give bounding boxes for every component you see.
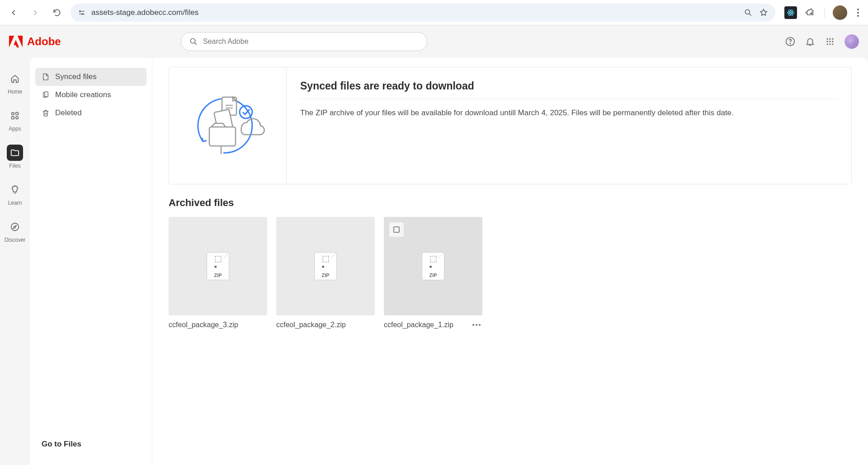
sidebar-item-deleted[interactable]: Deleted — [35, 104, 146, 122]
file-thumbnail[interactable]: ⬚▪ ZIP — [169, 217, 267, 315]
svg-rect-21 — [12, 117, 14, 119]
rail-label: Files — [9, 163, 20, 169]
lightbulb-icon — [10, 185, 20, 195]
rail-item-discover[interactable]: Discover — [5, 219, 26, 243]
extension-react-icon[interactable] — [784, 6, 797, 19]
notifications-icon[interactable] — [805, 36, 816, 47]
svg-point-11 — [829, 38, 830, 40]
file-card: ⬚▪ ZIP ccfeol_package_1.zip — [384, 217, 482, 329]
rail-label: Learn — [8, 200, 22, 206]
svg-point-7 — [190, 38, 195, 43]
file-more-actions-button[interactable] — [471, 322, 482, 328]
search-box[interactable] — [181, 32, 427, 51]
bookmark-star-icon[interactable] — [759, 8, 768, 17]
url-text: assets-stage.adobecc.com/files — [91, 8, 738, 17]
reload-button[interactable] — [49, 5, 65, 21]
browser-profile-avatar[interactable] — [833, 5, 847, 20]
zoom-icon[interactable] — [744, 8, 753, 17]
folder-icon — [10, 148, 20, 158]
download-banner: Synced files are ready to download The Z… — [169, 67, 852, 184]
svg-point-2 — [745, 9, 750, 14]
main-content: Synced files are ready to download The Z… — [152, 58, 868, 465]
svg-point-6 — [790, 12, 791, 13]
svg-point-15 — [832, 41, 833, 42]
archived-files-heading: Archived files — [169, 197, 852, 209]
svg-point-12 — [832, 38, 833, 40]
rail-label: Discover — [5, 237, 26, 243]
file-icon — [42, 73, 50, 81]
rail-item-learn[interactable]: Learn — [7, 182, 23, 206]
svg-point-1 — [82, 13, 84, 14]
browser-menu-button[interactable] — [854, 9, 863, 17]
banner-body: The ZIP archive of your files will be av… — [300, 107, 838, 119]
go-to-files-link[interactable]: Go to Files — [35, 433, 146, 455]
svg-point-13 — [827, 41, 828, 42]
svg-point-16 — [827, 43, 828, 45]
mobile-icon — [42, 91, 50, 99]
svg-rect-25 — [45, 92, 48, 97]
file-card: ⬚▪ ZIP ccfeol_package_2.zip — [276, 217, 375, 329]
svg-point-19 — [12, 113, 14, 115]
toolbar-divider — [824, 7, 825, 18]
sidebar-item-label: Mobile creations — [55, 90, 111, 99]
search-icon — [189, 38, 198, 46]
search-input[interactable] — [203, 38, 419, 46]
banner-illustration — [169, 67, 287, 184]
help-icon[interactable] — [785, 36, 796, 47]
rail-item-apps[interactable]: Apps — [7, 108, 23, 132]
back-button[interactable] — [5, 5, 22, 21]
file-thumbnail[interactable]: ⬚▪ ZIP — [276, 217, 375, 315]
zip-file-icon: ⬚▪ ZIP — [422, 252, 444, 280]
adobe-logo[interactable]: Adobe — [9, 35, 181, 48]
user-avatar[interactable] — [844, 34, 859, 49]
sidebar-item-label: Synced files — [55, 72, 97, 81]
rail-label: Apps — [9, 126, 21, 132]
sidebar-item-mobile-creations[interactable]: Mobile creations — [35, 86, 146, 104]
svg-point-9 — [790, 43, 790, 44]
compass-icon — [10, 222, 20, 232]
svg-point-18 — [832, 43, 833, 45]
file-name: ccfeol_package_1.zip — [384, 321, 453, 329]
rail-label: Home — [8, 89, 22, 95]
file-card: ⬚▪ ZIP ccfeol_package_3.zip — [169, 217, 267, 329]
sidebar-item-synced-files[interactable]: Synced files — [35, 68, 146, 86]
banner-title: Synced files are ready to download — [300, 80, 838, 99]
browser-toolbar: assets-stage.adobecc.com/files — [0, 0, 868, 25]
file-name: ccfeol_package_2.zip — [276, 321, 346, 329]
address-bar[interactable]: assets-stage.adobecc.com/files — [71, 4, 775, 22]
zip-file-icon: ⬚▪ ZIP — [207, 252, 229, 280]
site-settings-icon[interactable] — [78, 9, 86, 17]
svg-point-23 — [11, 223, 19, 231]
file-grid: ⬚▪ ZIP ccfeol_package_3.zip ⬚▪ ZIP — [169, 217, 852, 329]
svg-point-17 — [829, 43, 830, 45]
extensions-puzzle-icon[interactable] — [803, 6, 816, 19]
left-rail: Home Apps Files Learn Discover — [0, 58, 30, 465]
svg-point-14 — [829, 41, 830, 42]
app-switcher-icon[interactable] — [825, 36, 835, 47]
svg-point-10 — [827, 38, 828, 40]
file-name: ccfeol_package_3.zip — [169, 321, 238, 329]
sidebar: Synced files Mobile creations Deleted Go… — [30, 58, 152, 465]
forward-button[interactable] — [27, 5, 43, 21]
file-select-checkbox[interactable] — [389, 222, 404, 237]
rail-item-home[interactable]: Home — [7, 70, 23, 95]
rail-item-files[interactable]: Files — [7, 145, 23, 169]
adobe-logo-text: Adobe — [27, 35, 61, 48]
svg-point-0 — [80, 10, 81, 12]
trash-icon — [42, 109, 50, 117]
svg-rect-20 — [16, 113, 19, 115]
adobe-logo-icon — [9, 35, 23, 48]
file-thumbnail[interactable]: ⬚▪ ZIP — [384, 217, 482, 315]
zip-file-icon: ⬚▪ ZIP — [314, 252, 337, 280]
svg-point-22 — [16, 117, 19, 119]
apps-icon — [10, 111, 20, 121]
sidebar-item-label: Deleted — [55, 108, 82, 117]
app-header: Adobe — [0, 25, 868, 58]
home-icon — [10, 74, 20, 84]
